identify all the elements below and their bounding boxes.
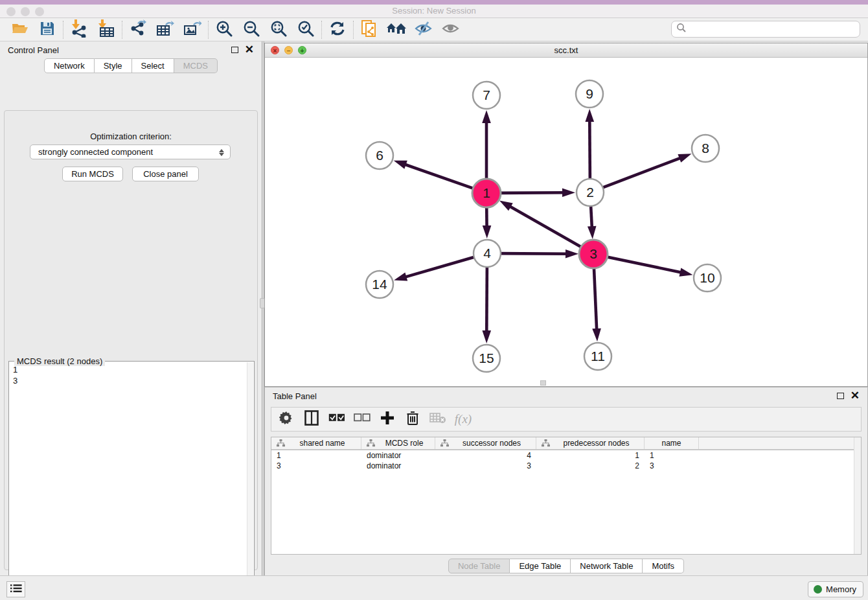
- graph-node-label: 2: [586, 185, 594, 200]
- cell-predecessor-nodes: 1: [536, 450, 645, 461]
- graph-node-label: 10: [700, 270, 714, 285]
- save-floppy-icon: [40, 21, 55, 39]
- mcds-tab-content: Optimization criterion: strongly connect…: [4, 110, 258, 570]
- tab-select[interactable]: Select: [132, 58, 174, 73]
- toolbar-separator: [122, 21, 122, 39]
- optimization-criterion-select[interactable]: strongly connected component: [30, 144, 231, 159]
- select-all-button[interactable]: [327, 410, 347, 429]
- tab-motifs[interactable]: Motifs: [643, 559, 684, 573]
- open-session-button[interactable]: [6, 20, 34, 40]
- control-panel-title: Control Panel: [8, 45, 59, 55]
- cell-successor-nodes: 4: [435, 450, 536, 461]
- export-network-button[interactable]: [124, 20, 152, 40]
- function-builder-icon: f(x): [455, 412, 472, 426]
- function-builder-button[interactable]: f(x): [453, 410, 473, 429]
- float-table-panel-icon[interactable]: [837, 393, 844, 399]
- table-settings-button[interactable]: [277, 410, 296, 429]
- column-header-shared-name[interactable]: shared name: [271, 437, 361, 449]
- zoom-fit-button[interactable]: [265, 20, 292, 40]
- graph-node-label: 15: [479, 351, 494, 365]
- float-panel-icon[interactable]: [231, 47, 238, 53]
- window-title: Session: New Session: [0, 6, 868, 16]
- table-toolbar: f(x): [271, 407, 862, 432]
- export-table-button[interactable]: [152, 20, 179, 40]
- network-canvas[interactable]: 7968124314101511: [265, 58, 867, 386]
- column-header-successor-nodes[interactable]: successor nodes: [435, 437, 536, 449]
- task-history-button[interactable]: [6, 581, 25, 597]
- duplicate-network-view-button[interactable]: [356, 20, 383, 40]
- deselect-all-button[interactable]: [352, 410, 372, 429]
- open-folder-icon: [11, 21, 29, 39]
- mcds-result-text[interactable]: 1 3: [10, 364, 246, 600]
- add-column-button[interactable]: [378, 410, 397, 429]
- graph-node-label: 8: [702, 141, 709, 156]
- delete-table-button[interactable]: [428, 410, 448, 429]
- zoom-in-button[interactable]: [211, 20, 238, 40]
- save-session-button[interactable]: [34, 20, 61, 40]
- toolbar-separator: [208, 21, 209, 39]
- import-table-button[interactable]: [93, 20, 120, 40]
- search-input[interactable]: [687, 22, 860, 36]
- tab-style[interactable]: Style: [95, 58, 132, 73]
- export-table-icon: [156, 19, 174, 40]
- tab-network-table[interactable]: Network Table: [571, 559, 643, 573]
- close-table-panel-icon[interactable]: ✕: [851, 393, 860, 399]
- table-scrollbar[interactable]: [854, 437, 861, 554]
- close-panel-button[interactable]: Close panel: [132, 167, 199, 181]
- export-image-button[interactable]: [179, 20, 206, 40]
- network-window-title: scc.txt: [265, 45, 867, 55]
- memory-status-icon: [814, 585, 822, 594]
- graph-node-label: 9: [586, 86, 593, 101]
- column-layout-button[interactable]: [302, 410, 321, 429]
- refresh-layout-button[interactable]: [324, 20, 351, 40]
- graph-node-label: 1: [483, 185, 490, 200]
- plus-icon: [380, 411, 394, 428]
- export-network-icon: [130, 19, 146, 40]
- network-window-titlebar[interactable]: × – + scc.txt: [265, 43, 867, 58]
- status-bar: Memory: [0, 575, 868, 600]
- run-mcds-button[interactable]: Run MCDS: [62, 167, 123, 181]
- node-table[interactable]: shared nameMCDS rolesuccessor nodesprede…: [271, 437, 862, 555]
- hide-details-button[interactable]: [410, 20, 437, 40]
- show-details-button[interactable]: [437, 20, 464, 40]
- tab-network[interactable]: Network: [44, 58, 95, 73]
- graph-node-label: 3: [589, 246, 597, 261]
- select-stepper-icon: [218, 147, 225, 157]
- export-image-icon: [183, 19, 201, 40]
- table-row[interactable]: 3dominator323: [271, 461, 861, 471]
- memory-button[interactable]: Memory: [808, 581, 863, 597]
- zoom-in-icon: [216, 20, 233, 40]
- toolbar-separator: [353, 21, 354, 39]
- import-network-icon: [71, 19, 87, 40]
- tab-mcds[interactable]: MCDS: [174, 58, 218, 73]
- column-header-MCDS-role[interactable]: MCDS role: [361, 437, 435, 449]
- tab-node-table[interactable]: Node Table: [448, 559, 510, 573]
- horizontal-splitter-handle[interactable]: [540, 380, 546, 386]
- memory-label: Memory: [826, 584, 856, 594]
- home-network-view-button[interactable]: [383, 20, 410, 40]
- table-panel: Table Panel ✕ f(x) shared nameMCDS: [264, 387, 868, 575]
- eye-slash-icon: [415, 21, 433, 39]
- titlebar-accent-strip: [0, 0, 868, 5]
- zoom-selected-button[interactable]: [292, 20, 319, 40]
- window-titlebar: Session: New Session: [0, 0, 868, 18]
- tab-edge-table[interactable]: Edge Table: [510, 559, 571, 573]
- eye-icon: [442, 21, 460, 38]
- close-panel-icon[interactable]: ✕: [245, 47, 254, 53]
- zoom-out-button[interactable]: [238, 20, 265, 40]
- cell-successor-nodes: 3: [435, 461, 536, 471]
- graph-node-label: 11: [591, 349, 605, 363]
- delete-column-button[interactable]: [403, 410, 422, 429]
- network-view-window: × – + scc.txt 7968124314101511: [264, 43, 868, 387]
- import-network-button[interactable]: [65, 20, 93, 40]
- table-panel-title: Table Panel: [273, 391, 317, 401]
- gear-icon: [279, 411, 293, 428]
- table-panel-tabs: Node TableEdge TableNetwork TableMotifs: [265, 559, 867, 573]
- column-header-name[interactable]: name: [645, 437, 699, 449]
- optimization-criterion-value: strongly connected component: [38, 147, 153, 157]
- column-header-predecessor-nodes[interactable]: predecessor nodes: [536, 437, 645, 449]
- table-row[interactable]: 1dominator411: [271, 450, 861, 461]
- mcds-result-scrollbar[interactable]: [247, 362, 253, 600]
- toolbar-separator: [63, 21, 63, 39]
- cell-predecessor-nodes: 2: [536, 461, 645, 471]
